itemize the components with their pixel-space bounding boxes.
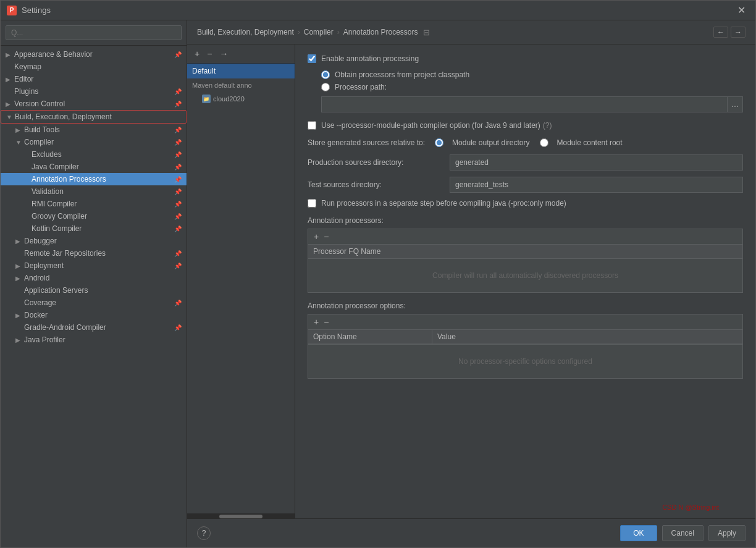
annotation-processors-title: Annotation processors:	[308, 216, 743, 225]
sidebar-item-excludes[interactable]: Excludes 📌	[1, 148, 187, 161]
pin-icon-kotlin: 📌	[174, 226, 182, 232]
sidebar-item-version-control[interactable]: ▶ Version Control 📌	[1, 98, 187, 110]
obtain-classpath-label: Obtain processors from project classpath	[335, 70, 469, 79]
breadcrumb-part-3: Annotation Processors	[343, 28, 418, 36]
pin-icon-validation: 📌	[174, 188, 182, 195]
pin-icon-plugins: 📌	[174, 88, 182, 95]
sidebar-item-kotlin-compiler[interactable]: Kotlin Compiler 📌	[1, 222, 187, 235]
remove-processor-button[interactable]: −	[322, 232, 330, 242]
sidebar-item-remote-jar[interactable]: Remote Jar Repositories 📌	[1, 247, 187, 259]
add-option-button[interactable]: +	[312, 317, 321, 327]
processor-path-input[interactable]	[321, 96, 728, 112]
sidebar-label-appearance: Appearance & Behavior	[14, 50, 93, 59]
add-processor-button[interactable]: +	[312, 232, 321, 242]
sidebar-item-gradle-android[interactable]: Gradle-Android Compiler 📌	[1, 321, 187, 334]
pin-icon-appearance: 📌	[174, 51, 182, 58]
run-processors-checkbox[interactable]	[308, 199, 316, 208]
module-scrollbar[interactable]	[187, 513, 295, 518]
sidebar-item-deployment[interactable]: ▶ Deployment 📌	[1, 259, 187, 272]
pin-icon-excludes: 📌	[174, 151, 182, 158]
sidebar-item-build-execution[interactable]: ▼ Build, Execution, Deployment	[1, 110, 187, 124]
sidebar-label-excludes: Excludes	[32, 150, 62, 159]
module-add-button[interactable]: +	[192, 48, 202, 59]
sidebar-label-app-servers: Application Servers	[24, 286, 88, 295]
sidebar-item-rmi-compiler[interactable]: RMI Compiler 📌	[1, 198, 187, 210]
module-remove-button[interactable]: −	[204, 48, 214, 59]
module-next-button[interactable]: →	[217, 48, 230, 59]
module-output-label: Module output directory	[452, 138, 529, 147]
test-sources-label: Test sources directory:	[308, 180, 450, 189]
apply-button[interactable]: Apply	[708, 525, 746, 541]
module-output-radio[interactable]	[435, 138, 443, 147]
sidebar-item-compiler[interactable]: ▼ Compiler 📌	[1, 136, 187, 148]
sidebar-item-app-servers[interactable]: Application Servers	[1, 284, 187, 297]
module-panel: + − → Default Maven default anno 📁 cloud…	[187, 44, 295, 518]
sidebar-item-debugger[interactable]: ▶ Debugger	[1, 235, 187, 247]
sidebar-item-android[interactable]: ▶ Android	[1, 272, 187, 284]
run-processors-label: Run processors in a separate step before…	[321, 199, 566, 208]
breadcrumb-collapse-icon[interactable]: ⊟	[423, 28, 430, 37]
annotation-options-title: Annotation processor options:	[308, 301, 743, 310]
pin-icon-java-compiler: 📌	[174, 164, 182, 171]
expand-arrow-compiler: ▼	[15, 139, 22, 146]
sidebar-item-java-profiler[interactable]: ▶ Java Profiler	[1, 334, 187, 346]
store-generated-label: Store generated sources relative to:	[308, 138, 425, 147]
pin-icon-gradle: 📌	[174, 324, 182, 331]
expand-arrow-docker: ▶	[15, 312, 22, 319]
sidebar-label-editor: Editor	[14, 75, 33, 83]
sidebar-label-validation: Validation	[32, 187, 64, 196]
pin-icon-remote: 📌	[174, 250, 182, 257]
module-item-cloud2020[interactable]: 📁 cloud2020	[187, 92, 295, 106]
folder-icon: 📁	[202, 95, 211, 103]
sidebar-item-coverage[interactable]: Coverage 📌	[1, 297, 187, 309]
option-value-header: Value	[432, 330, 742, 344]
remove-option-button[interactable]: −	[322, 317, 330, 327]
sidebar-label-java-profiler: Java Profiler	[24, 335, 65, 344]
sidebar-item-build-tools[interactable]: ▶ Build Tools 📌	[1, 124, 187, 136]
processor-path-label: Processor path:	[335, 83, 387, 91]
use-module-path-checkbox[interactable]	[308, 121, 316, 130]
sidebar-item-plugins[interactable]: Plugins 📌	[1, 85, 187, 98]
module-item-maven[interactable]: Maven default anno	[187, 78, 295, 92]
test-sources-input[interactable]	[450, 177, 743, 193]
processor-path-radio[interactable]	[321, 83, 330, 91]
expand-arrow-build-tools: ▶	[15, 127, 22, 133]
sidebar-item-appearance[interactable]: ▶ Appearance & Behavior 📌	[1, 48, 187, 61]
sidebar-item-validation[interactable]: Validation 📌	[1, 185, 187, 198]
close-button[interactable]: ✕	[734, 3, 749, 17]
sidebar-item-groovy-compiler[interactable]: Groovy Compiler 📌	[1, 210, 187, 222]
sidebar-item-java-compiler[interactable]: Java Compiler 📌	[1, 161, 187, 173]
ok-button[interactable]: OK	[620, 525, 657, 541]
expand-arrow-android: ▶	[15, 275, 22, 282]
production-sources-label: Production sources directory:	[308, 158, 450, 167]
sidebar-item-annotation-processors[interactable]: Annotation Processors 📌	[1, 173, 187, 185]
sidebar-item-keymap[interactable]: Keymap	[1, 61, 187, 73]
sidebar-item-editor[interactable]: ▶ Editor	[1, 73, 187, 85]
help-button[interactable]: ?	[197, 526, 211, 540]
search-input[interactable]	[6, 25, 182, 40]
use-module-path-row: Use --processor-module-path compiler opt…	[308, 121, 743, 130]
test-sources-row: Test sources directory:	[308, 177, 743, 193]
module-item-default[interactable]: Default	[187, 64, 295, 78]
production-sources-input[interactable]	[450, 154, 743, 171]
store-options: Module output directory Module content r…	[435, 138, 622, 147]
module-content-radio[interactable]	[540, 138, 548, 147]
module-content-label: Module content root	[557, 138, 623, 147]
nav-forward-button[interactable]: →	[731, 27, 746, 38]
sidebar-item-docker[interactable]: ▶ Docker	[1, 309, 187, 321]
expand-arrow-java-profiler: ▶	[15, 337, 22, 344]
production-sources-row: Production sources directory:	[308, 154, 743, 171]
footer-buttons: OK Cancel Apply	[620, 525, 746, 541]
enable-annotation-row: Enable annotation processing	[308, 54, 743, 63]
breadcrumb: Build, Execution, Deployment › Compiler …	[187, 20, 755, 44]
obtain-classpath-radio[interactable]	[321, 70, 330, 79]
sidebar-label-compiler: Compiler	[24, 138, 54, 146]
settings-panel: Enable annotation processing Obtain proc…	[295, 44, 755, 518]
annotation-options-table: Option Name Value No processor-specific …	[308, 329, 743, 379]
browse-path-button[interactable]: …	[728, 96, 743, 112]
enable-annotation-checkbox[interactable]	[308, 54, 316, 63]
nav-back-button[interactable]: ←	[713, 27, 728, 38]
pin-icon-compiler: 📌	[174, 139, 182, 146]
main-content-area: ▶ Appearance & Behavior 📌 Keymap ▶ Edito…	[1, 20, 755, 547]
cancel-button[interactable]: Cancel	[662, 525, 704, 541]
